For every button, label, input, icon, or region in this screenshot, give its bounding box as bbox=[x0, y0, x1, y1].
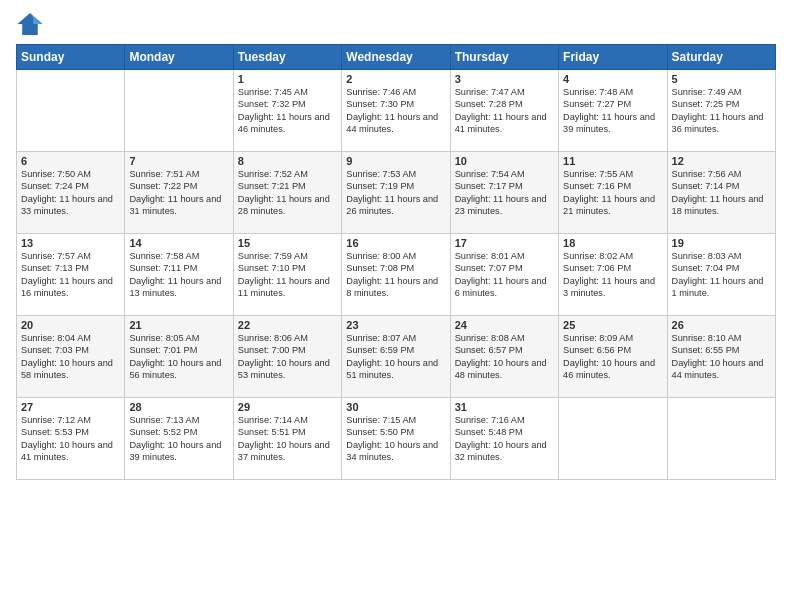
day-cell bbox=[559, 398, 667, 480]
day-cell: 10Sunrise: 7:54 AMSunset: 7:17 PMDayligh… bbox=[450, 152, 558, 234]
day-number: 19 bbox=[672, 237, 771, 249]
week-row-4: 20Sunrise: 8:04 AMSunset: 7:03 PMDayligh… bbox=[17, 316, 776, 398]
day-cell: 3Sunrise: 7:47 AMSunset: 7:28 PMDaylight… bbox=[450, 70, 558, 152]
day-number: 14 bbox=[129, 237, 228, 249]
day-number: 30 bbox=[346, 401, 445, 413]
weekday-header-friday: Friday bbox=[559, 45, 667, 70]
day-number: 13 bbox=[21, 237, 120, 249]
day-number: 12 bbox=[672, 155, 771, 167]
day-number: 15 bbox=[238, 237, 337, 249]
day-cell: 8Sunrise: 7:52 AMSunset: 7:21 PMDaylight… bbox=[233, 152, 341, 234]
day-number: 3 bbox=[455, 73, 554, 85]
day-cell: 11Sunrise: 7:55 AMSunset: 7:16 PMDayligh… bbox=[559, 152, 667, 234]
day-number: 9 bbox=[346, 155, 445, 167]
day-cell: 31Sunrise: 7:16 AMSunset: 5:48 PMDayligh… bbox=[450, 398, 558, 480]
day-cell: 26Sunrise: 8:10 AMSunset: 6:55 PMDayligh… bbox=[667, 316, 775, 398]
day-info: Sunrise: 7:54 AMSunset: 7:17 PMDaylight:… bbox=[455, 168, 554, 218]
day-info: Sunrise: 7:13 AMSunset: 5:52 PMDaylight:… bbox=[129, 414, 228, 464]
day-cell: 28Sunrise: 7:13 AMSunset: 5:52 PMDayligh… bbox=[125, 398, 233, 480]
day-number: 22 bbox=[238, 319, 337, 331]
day-info: Sunrise: 8:04 AMSunset: 7:03 PMDaylight:… bbox=[21, 332, 120, 382]
day-number: 17 bbox=[455, 237, 554, 249]
day-info: Sunrise: 7:59 AMSunset: 7:10 PMDaylight:… bbox=[238, 250, 337, 300]
day-cell: 23Sunrise: 8:07 AMSunset: 6:59 PMDayligh… bbox=[342, 316, 450, 398]
day-info: Sunrise: 7:16 AMSunset: 5:48 PMDaylight:… bbox=[455, 414, 554, 464]
day-cell: 24Sunrise: 8:08 AMSunset: 6:57 PMDayligh… bbox=[450, 316, 558, 398]
day-info: Sunrise: 7:58 AMSunset: 7:11 PMDaylight:… bbox=[129, 250, 228, 300]
day-cell: 9Sunrise: 7:53 AMSunset: 7:19 PMDaylight… bbox=[342, 152, 450, 234]
weekday-header-row: SundayMondayTuesdayWednesdayThursdayFrid… bbox=[17, 45, 776, 70]
week-row-1: 1Sunrise: 7:45 AMSunset: 7:32 PMDaylight… bbox=[17, 70, 776, 152]
day-cell: 14Sunrise: 7:58 AMSunset: 7:11 PMDayligh… bbox=[125, 234, 233, 316]
day-info: Sunrise: 7:57 AMSunset: 7:13 PMDaylight:… bbox=[21, 250, 120, 300]
day-info: Sunrise: 7:49 AMSunset: 7:25 PMDaylight:… bbox=[672, 86, 771, 136]
day-info: Sunrise: 7:50 AMSunset: 7:24 PMDaylight:… bbox=[21, 168, 120, 218]
day-cell: 16Sunrise: 8:00 AMSunset: 7:08 PMDayligh… bbox=[342, 234, 450, 316]
day-number: 5 bbox=[672, 73, 771, 85]
day-number: 23 bbox=[346, 319, 445, 331]
day-cell: 7Sunrise: 7:51 AMSunset: 7:22 PMDaylight… bbox=[125, 152, 233, 234]
weekday-header-sunday: Sunday bbox=[17, 45, 125, 70]
day-cell bbox=[17, 70, 125, 152]
day-cell: 18Sunrise: 8:02 AMSunset: 7:06 PMDayligh… bbox=[559, 234, 667, 316]
day-info: Sunrise: 7:52 AMSunset: 7:21 PMDaylight:… bbox=[238, 168, 337, 218]
day-number: 7 bbox=[129, 155, 228, 167]
day-cell: 6Sunrise: 7:50 AMSunset: 7:24 PMDaylight… bbox=[17, 152, 125, 234]
calendar-page: SundayMondayTuesdayWednesdayThursdayFrid… bbox=[0, 0, 792, 612]
day-cell: 1Sunrise: 7:45 AMSunset: 7:32 PMDaylight… bbox=[233, 70, 341, 152]
day-number: 27 bbox=[21, 401, 120, 413]
day-cell: 21Sunrise: 8:05 AMSunset: 7:01 PMDayligh… bbox=[125, 316, 233, 398]
day-cell: 22Sunrise: 8:06 AMSunset: 7:00 PMDayligh… bbox=[233, 316, 341, 398]
day-info: Sunrise: 7:48 AMSunset: 7:27 PMDaylight:… bbox=[563, 86, 662, 136]
day-cell: 12Sunrise: 7:56 AMSunset: 7:14 PMDayligh… bbox=[667, 152, 775, 234]
calendar-table: SundayMondayTuesdayWednesdayThursdayFrid… bbox=[16, 44, 776, 480]
weekday-header-wednesday: Wednesday bbox=[342, 45, 450, 70]
day-number: 2 bbox=[346, 73, 445, 85]
day-cell: 2Sunrise: 7:46 AMSunset: 7:30 PMDaylight… bbox=[342, 70, 450, 152]
day-cell: 13Sunrise: 7:57 AMSunset: 7:13 PMDayligh… bbox=[17, 234, 125, 316]
day-number: 1 bbox=[238, 73, 337, 85]
day-info: Sunrise: 7:47 AMSunset: 7:28 PMDaylight:… bbox=[455, 86, 554, 136]
day-number: 20 bbox=[21, 319, 120, 331]
day-info: Sunrise: 8:09 AMSunset: 6:56 PMDaylight:… bbox=[563, 332, 662, 382]
day-number: 29 bbox=[238, 401, 337, 413]
day-info: Sunrise: 8:01 AMSunset: 7:07 PMDaylight:… bbox=[455, 250, 554, 300]
day-info: Sunrise: 8:05 AMSunset: 7:01 PMDaylight:… bbox=[129, 332, 228, 382]
week-row-3: 13Sunrise: 7:57 AMSunset: 7:13 PMDayligh… bbox=[17, 234, 776, 316]
day-number: 31 bbox=[455, 401, 554, 413]
day-info: Sunrise: 7:46 AMSunset: 7:30 PMDaylight:… bbox=[346, 86, 445, 136]
day-number: 24 bbox=[455, 319, 554, 331]
day-cell: 20Sunrise: 8:04 AMSunset: 7:03 PMDayligh… bbox=[17, 316, 125, 398]
day-info: Sunrise: 7:55 AMSunset: 7:16 PMDaylight:… bbox=[563, 168, 662, 218]
day-number: 10 bbox=[455, 155, 554, 167]
day-info: Sunrise: 8:07 AMSunset: 6:59 PMDaylight:… bbox=[346, 332, 445, 382]
day-cell: 25Sunrise: 8:09 AMSunset: 6:56 PMDayligh… bbox=[559, 316, 667, 398]
week-row-2: 6Sunrise: 7:50 AMSunset: 7:24 PMDaylight… bbox=[17, 152, 776, 234]
day-cell: 17Sunrise: 8:01 AMSunset: 7:07 PMDayligh… bbox=[450, 234, 558, 316]
day-cell bbox=[667, 398, 775, 480]
weekday-header-monday: Monday bbox=[125, 45, 233, 70]
day-number: 16 bbox=[346, 237, 445, 249]
day-number: 8 bbox=[238, 155, 337, 167]
day-info: Sunrise: 8:10 AMSunset: 6:55 PMDaylight:… bbox=[672, 332, 771, 382]
day-cell: 30Sunrise: 7:15 AMSunset: 5:50 PMDayligh… bbox=[342, 398, 450, 480]
logo-icon bbox=[16, 10, 44, 38]
day-number: 18 bbox=[563, 237, 662, 249]
day-info: Sunrise: 7:56 AMSunset: 7:14 PMDaylight:… bbox=[672, 168, 771, 218]
day-cell: 5Sunrise: 7:49 AMSunset: 7:25 PMDaylight… bbox=[667, 70, 775, 152]
day-number: 4 bbox=[563, 73, 662, 85]
day-info: Sunrise: 8:06 AMSunset: 7:00 PMDaylight:… bbox=[238, 332, 337, 382]
day-number: 6 bbox=[21, 155, 120, 167]
weekday-header-tuesday: Tuesday bbox=[233, 45, 341, 70]
day-info: Sunrise: 8:08 AMSunset: 6:57 PMDaylight:… bbox=[455, 332, 554, 382]
day-cell: 4Sunrise: 7:48 AMSunset: 7:27 PMDaylight… bbox=[559, 70, 667, 152]
day-info: Sunrise: 7:45 AMSunset: 7:32 PMDaylight:… bbox=[238, 86, 337, 136]
day-info: Sunrise: 7:53 AMSunset: 7:19 PMDaylight:… bbox=[346, 168, 445, 218]
day-info: Sunrise: 7:12 AMSunset: 5:53 PMDaylight:… bbox=[21, 414, 120, 464]
day-number: 28 bbox=[129, 401, 228, 413]
weekday-header-saturday: Saturday bbox=[667, 45, 775, 70]
day-cell: 15Sunrise: 7:59 AMSunset: 7:10 PMDayligh… bbox=[233, 234, 341, 316]
logo bbox=[16, 10, 48, 38]
day-info: Sunrise: 8:03 AMSunset: 7:04 PMDaylight:… bbox=[672, 250, 771, 300]
day-info: Sunrise: 8:00 AMSunset: 7:08 PMDaylight:… bbox=[346, 250, 445, 300]
